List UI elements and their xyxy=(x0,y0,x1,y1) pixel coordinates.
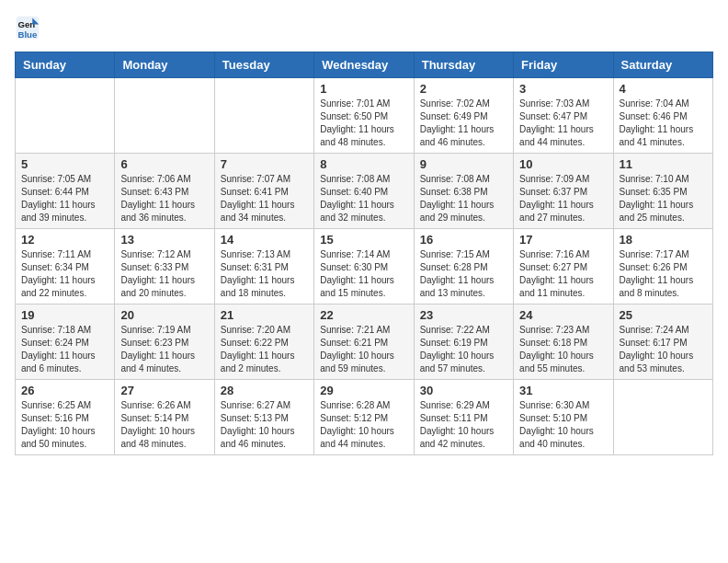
day-number: 10 xyxy=(519,157,607,171)
calendar-week-row: 1Sunrise: 7:01 AM Sunset: 6:50 PM Daylig… xyxy=(16,78,713,154)
calendar-day-cell: 26Sunrise: 6:25 AM Sunset: 5:16 PM Dayli… xyxy=(16,380,115,455)
calendar-day-cell: 3Sunrise: 7:03 AM Sunset: 6:47 PM Daylig… xyxy=(514,78,613,154)
day-info: Sunrise: 7:07 AM Sunset: 6:41 PM Dayligh… xyxy=(221,173,308,224)
day-number: 20 xyxy=(120,308,208,322)
day-number: 5 xyxy=(21,157,108,171)
day-number: 4 xyxy=(620,82,707,96)
calendar-day-cell: 14Sunrise: 7:13 AM Sunset: 6:31 PM Dayli… xyxy=(214,229,313,304)
calendar-day-cell: 25Sunrise: 7:24 AM Sunset: 6:17 PM Dayli… xyxy=(613,304,712,380)
day-info: Sunrise: 7:19 AM Sunset: 6:23 PM Dayligh… xyxy=(120,324,208,375)
calendar-day-cell xyxy=(115,78,214,154)
page-header: GenBlue xyxy=(15,15,713,40)
calendar-day-cell: 18Sunrise: 7:17 AM Sunset: 6:26 PM Dayli… xyxy=(613,229,712,304)
day-number: 28 xyxy=(221,384,308,397)
day-of-week-header: Saturday xyxy=(613,52,712,78)
day-number: 24 xyxy=(519,308,607,322)
day-of-week-header: Monday xyxy=(115,52,214,78)
day-info: Sunrise: 6:27 AM Sunset: 5:13 PM Dayligh… xyxy=(221,399,308,451)
day-number: 19 xyxy=(21,308,108,322)
day-info: Sunrise: 7:14 AM Sunset: 6:30 PM Dayligh… xyxy=(320,248,407,300)
calendar-header-row: SundayMondayTuesdayWednesdayThursdayFrid… xyxy=(16,52,713,78)
day-of-week-header: Friday xyxy=(514,52,613,78)
day-number: 23 xyxy=(420,308,507,322)
day-number: 16 xyxy=(420,233,507,247)
calendar-day-cell: 8Sunrise: 7:08 AM Sunset: 6:40 PM Daylig… xyxy=(314,154,414,229)
day-info: Sunrise: 6:26 AM Sunset: 5:14 PM Dayligh… xyxy=(120,399,208,451)
calendar-day-cell: 5Sunrise: 7:05 AM Sunset: 6:44 PM Daylig… xyxy=(16,154,115,229)
day-number: 15 xyxy=(320,233,407,247)
day-info: Sunrise: 7:10 AM Sunset: 6:35 PM Dayligh… xyxy=(620,173,707,224)
calendar-day-cell: 2Sunrise: 7:02 AM Sunset: 6:49 PM Daylig… xyxy=(414,78,513,154)
day-info: Sunrise: 7:08 AM Sunset: 6:38 PM Dayligh… xyxy=(420,173,507,224)
calendar-day-cell: 1Sunrise: 7:01 AM Sunset: 6:50 PM Daylig… xyxy=(314,78,414,154)
day-number: 11 xyxy=(620,157,707,171)
day-number: 7 xyxy=(221,157,308,171)
calendar-week-row: 5Sunrise: 7:05 AM Sunset: 6:44 PM Daylig… xyxy=(16,154,713,229)
day-info: Sunrise: 7:22 AM Sunset: 6:19 PM Dayligh… xyxy=(420,324,507,375)
day-info: Sunrise: 7:24 AM Sunset: 6:17 PM Dayligh… xyxy=(620,324,707,375)
calendar-day-cell: 12Sunrise: 7:11 AM Sunset: 6:34 PM Dayli… xyxy=(16,229,115,304)
day-info: Sunrise: 7:20 AM Sunset: 6:22 PM Dayligh… xyxy=(221,324,308,375)
calendar-day-cell xyxy=(613,380,712,455)
day-info: Sunrise: 7:01 AM Sunset: 6:50 PM Dayligh… xyxy=(320,98,407,149)
day-info: Sunrise: 7:06 AM Sunset: 6:43 PM Dayligh… xyxy=(120,173,208,224)
day-number: 9 xyxy=(420,157,507,171)
day-info: Sunrise: 7:02 AM Sunset: 6:49 PM Dayligh… xyxy=(420,98,507,149)
day-of-week-header: Tuesday xyxy=(214,52,313,78)
day-info: Sunrise: 7:17 AM Sunset: 6:26 PM Dayligh… xyxy=(620,248,707,300)
calendar-day-cell: 11Sunrise: 7:10 AM Sunset: 6:35 PM Dayli… xyxy=(613,154,712,229)
day-number: 2 xyxy=(420,82,507,96)
day-number: 17 xyxy=(519,233,607,247)
day-of-week-header: Sunday xyxy=(16,52,115,78)
day-number: 8 xyxy=(320,157,407,171)
calendar-day-cell: 22Sunrise: 7:21 AM Sunset: 6:21 PM Dayli… xyxy=(314,304,414,380)
calendar-day-cell: 17Sunrise: 7:16 AM Sunset: 6:27 PM Dayli… xyxy=(514,229,613,304)
calendar-day-cell: 27Sunrise: 6:26 AM Sunset: 5:14 PM Dayli… xyxy=(115,380,214,455)
svg-text:Blue: Blue xyxy=(18,29,38,40)
day-info: Sunrise: 6:25 AM Sunset: 5:16 PM Dayligh… xyxy=(21,399,108,451)
calendar-day-cell: 16Sunrise: 7:15 AM Sunset: 6:28 PM Dayli… xyxy=(414,229,513,304)
day-number: 12 xyxy=(21,233,108,247)
day-number: 25 xyxy=(620,308,707,322)
day-info: Sunrise: 7:16 AM Sunset: 6:27 PM Dayligh… xyxy=(519,248,607,300)
day-number: 29 xyxy=(320,384,407,397)
day-number: 6 xyxy=(120,157,208,171)
calendar-table: SundayMondayTuesdayWednesdayThursdayFrid… xyxy=(15,52,713,455)
day-info: Sunrise: 6:28 AM Sunset: 5:12 PM Dayligh… xyxy=(320,399,407,451)
logo-icon: GenBlue xyxy=(15,15,40,40)
calendar-day-cell: 30Sunrise: 6:29 AM Sunset: 5:11 PM Dayli… xyxy=(414,380,513,455)
day-number: 26 xyxy=(21,384,108,397)
calendar-day-cell: 15Sunrise: 7:14 AM Sunset: 6:30 PM Dayli… xyxy=(314,229,414,304)
day-info: Sunrise: 7:21 AM Sunset: 6:21 PM Dayligh… xyxy=(320,324,407,375)
day-info: Sunrise: 7:15 AM Sunset: 6:28 PM Dayligh… xyxy=(420,248,507,300)
calendar-day-cell: 31Sunrise: 6:30 AM Sunset: 5:10 PM Dayli… xyxy=(514,380,613,455)
day-number: 22 xyxy=(320,308,407,322)
day-number: 13 xyxy=(120,233,208,247)
calendar-day-cell: 29Sunrise: 6:28 AM Sunset: 5:12 PM Dayli… xyxy=(314,380,414,455)
day-info: Sunrise: 7:11 AM Sunset: 6:34 PM Dayligh… xyxy=(21,248,108,300)
day-number: 21 xyxy=(221,308,308,322)
calendar-day-cell xyxy=(214,78,313,154)
day-number: 30 xyxy=(420,384,507,397)
day-info: Sunrise: 6:29 AM Sunset: 5:11 PM Dayligh… xyxy=(420,399,507,451)
day-number: 1 xyxy=(320,82,407,96)
calendar-day-cell: 9Sunrise: 7:08 AM Sunset: 6:38 PM Daylig… xyxy=(414,154,513,229)
calendar-day-cell: 4Sunrise: 7:04 AM Sunset: 6:46 PM Daylig… xyxy=(613,78,712,154)
day-info: Sunrise: 7:12 AM Sunset: 6:33 PM Dayligh… xyxy=(120,248,208,300)
day-info: Sunrise: 7:04 AM Sunset: 6:46 PM Dayligh… xyxy=(620,98,707,149)
day-info: Sunrise: 7:09 AM Sunset: 6:37 PM Dayligh… xyxy=(519,173,607,224)
calendar-day-cell: 6Sunrise: 7:06 AM Sunset: 6:43 PM Daylig… xyxy=(115,154,214,229)
day-info: Sunrise: 7:08 AM Sunset: 6:40 PM Dayligh… xyxy=(320,173,407,224)
day-info: Sunrise: 7:03 AM Sunset: 6:47 PM Dayligh… xyxy=(519,98,607,149)
day-info: Sunrise: 7:13 AM Sunset: 6:31 PM Dayligh… xyxy=(221,248,308,300)
day-info: Sunrise: 7:23 AM Sunset: 6:18 PM Dayligh… xyxy=(519,324,607,375)
calendar-day-cell: 20Sunrise: 7:19 AM Sunset: 6:23 PM Dayli… xyxy=(115,304,214,380)
calendar-day-cell: 13Sunrise: 7:12 AM Sunset: 6:33 PM Dayli… xyxy=(115,229,214,304)
calendar-day-cell: 21Sunrise: 7:20 AM Sunset: 6:22 PM Dayli… xyxy=(214,304,313,380)
day-number: 18 xyxy=(620,233,707,247)
calendar-day-cell: 10Sunrise: 7:09 AM Sunset: 6:37 PM Dayli… xyxy=(514,154,613,229)
day-number: 14 xyxy=(221,233,308,247)
day-info: Sunrise: 7:18 AM Sunset: 6:24 PM Dayligh… xyxy=(21,324,108,375)
day-of-week-header: Wednesday xyxy=(314,52,414,78)
day-info: Sunrise: 7:05 AM Sunset: 6:44 PM Dayligh… xyxy=(21,173,108,224)
